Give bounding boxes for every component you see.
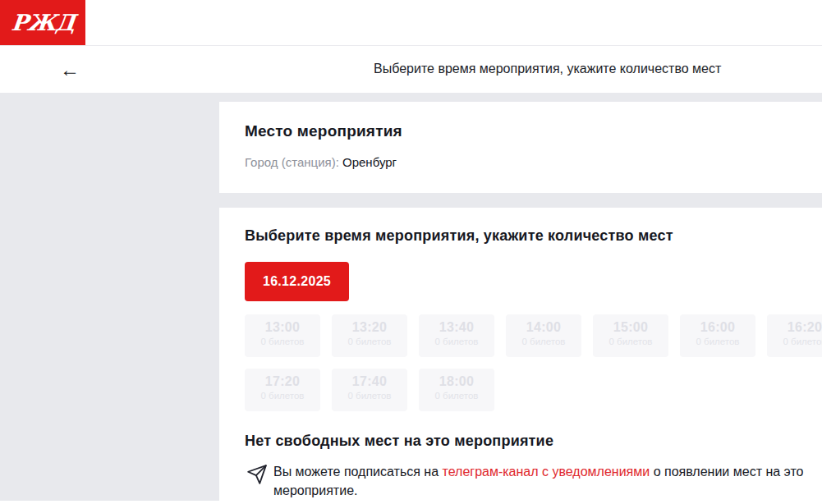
- time-slot: 16:000 билетов: [680, 314, 755, 357]
- telegram-channel-link[interactable]: телеграм-канал с уведомлениями: [443, 465, 650, 479]
- time-slot-tickets: 0 билетов: [680, 337, 755, 346]
- time-slot: 13:000 билетов: [245, 314, 320, 357]
- time-slot-time: 16:00: [680, 320, 755, 335]
- notice-prefix: Вы можете подписаться на: [273, 465, 443, 479]
- venue-card-title: Место мероприятия: [245, 102, 806, 140]
- no-seats-title: Нет свободных мест на это мероприятие: [219, 433, 822, 450]
- page: Место мероприятия Город (станция): Оренб…: [0, 0, 822, 504]
- footer-strip: [0, 501, 822, 504]
- back-button[interactable]: ←: [57, 57, 82, 82]
- rzd-logo[interactable]: РЖД: [0, 0, 85, 45]
- time-slot: 17:200 билетов: [245, 369, 320, 411]
- venue-card: Место мероприятия Город (станция): Оренб…: [219, 102, 822, 193]
- time-slot-tickets: 0 билетов: [332, 391, 407, 401]
- selection-card: Выберите время мероприятия, укажите коли…: [219, 208, 822, 504]
- time-slot-time: 15:00: [593, 320, 668, 335]
- time-slot-tickets: 0 билетов: [332, 337, 407, 346]
- time-slot: 18:000 билетов: [419, 369, 494, 411]
- city-label: Город (станция):: [245, 155, 339, 169]
- time-slot-tickets: 0 билетов: [506, 337, 581, 346]
- page-title: Выберите время мероприятия, укажите коли…: [374, 62, 721, 76]
- date-button[interactable]: 16.12.2025: [245, 262, 349, 301]
- venue-city-line: Город (станция): Оренбург: [245, 155, 806, 169]
- selection-card-title: Выберите время мероприятия, укажите коли…: [245, 208, 806, 245]
- time-slot: 17:400 билетов: [332, 369, 407, 411]
- time-slot-tickets: 0 билетов: [419, 337, 494, 346]
- telegram-notice: Вы можете подписаться на телеграм-канал …: [219, 462, 822, 500]
- time-slot: 16:200 билетов: [767, 314, 822, 357]
- time-slot-time: 16:20: [767, 320, 822, 335]
- time-slot: 15:000 билетов: [593, 314, 668, 357]
- time-slot: 13:400 билетов: [419, 314, 494, 357]
- time-slot-time: 14:00: [506, 320, 581, 335]
- time-slot: 13:200 билетов: [332, 314, 407, 357]
- top-bar: РЖД: [0, 0, 822, 46]
- time-slot-tickets: 0 билетов: [245, 391, 320, 401]
- time-slot-time: 13:20: [332, 320, 407, 335]
- time-slot-tickets: 0 билетов: [593, 337, 668, 346]
- time-slot: 14:000 билетов: [506, 314, 581, 357]
- rzd-logo-text: РЖД: [10, 10, 76, 35]
- time-slot-time: 17:20: [245, 374, 320, 389]
- time-slot-tickets: 0 билетов: [245, 337, 320, 346]
- sub-header: ← Выберите время мероприятия, укажите ко…: [0, 46, 822, 93]
- time-slot-time: 13:40: [419, 320, 494, 335]
- time-slot-time: 13:00: [245, 320, 320, 335]
- notice-text: Вы можете подписаться на телеграм-канал …: [273, 462, 815, 500]
- time-slot-time: 17:40: [332, 374, 407, 389]
- city-value: Оренбург: [342, 155, 397, 169]
- time-slot-tickets: 0 билетов: [419, 391, 494, 401]
- time-slot-grid: 13:000 билетов13:200 билетов13:400 билет…: [245, 314, 822, 411]
- time-slot-time: 18:00: [419, 374, 494, 389]
- send-icon: [246, 464, 268, 485]
- time-slot-tickets: 0 билетов: [767, 337, 822, 346]
